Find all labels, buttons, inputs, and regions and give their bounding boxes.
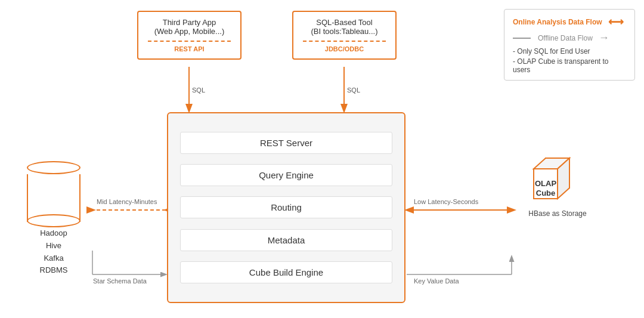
svg-text:Star Schema Data: Star Schema Data (93, 277, 147, 285)
cube-build-row: Cube Build Engine (180, 261, 392, 283)
hadoop-label4: RDBMS (18, 264, 89, 277)
cyl-bottom-ellipse (27, 214, 80, 227)
hadoop-label2: Hive (18, 240, 89, 252)
hadoop-box: Hadoop Hive Kafka RDBMS (18, 161, 89, 277)
svg-text:OLAP: OLAP (535, 179, 556, 188)
hadoop-label3: Kafka (18, 252, 89, 265)
cyl-top (27, 161, 80, 174)
svg-text:Cube: Cube (536, 189, 556, 197)
hadoop-text: Hadoop Hive Kafka RDBMS (18, 227, 89, 277)
svg-text:Key Value Data: Key Value Data (414, 277, 460, 285)
cyl-body (27, 174, 80, 222)
svg-text:SQL: SQL (192, 87, 205, 94)
svg-text:Low Latency-Seconds: Low Latency-Seconds (414, 198, 479, 205)
main-engine-box: REST Server Query Engine Routing Metadat… (167, 112, 405, 303)
hbase-text: HBase as Storage (522, 209, 593, 218)
svg-text:SQL: SQL (347, 87, 360, 94)
architecture-diagram: { "legend": { "title": "Online Analysis … (0, 0, 644, 318)
svg-text:Mid Latency-Minutes: Mid Latency-Minutes (97, 198, 157, 205)
olap-cube-svg: OLAP Cube (528, 152, 587, 206)
routing-row: Routing (180, 196, 392, 218)
metadata-row: Metadata (180, 229, 392, 251)
olap-box: OLAP Cube HBase as Storage (522, 152, 593, 218)
rest-server-row: REST Server (180, 132, 392, 154)
query-engine-row: Query Engine (180, 164, 392, 186)
hadoop-label1: Hadoop (18, 227, 89, 240)
hadoop-cylinder (27, 161, 80, 222)
